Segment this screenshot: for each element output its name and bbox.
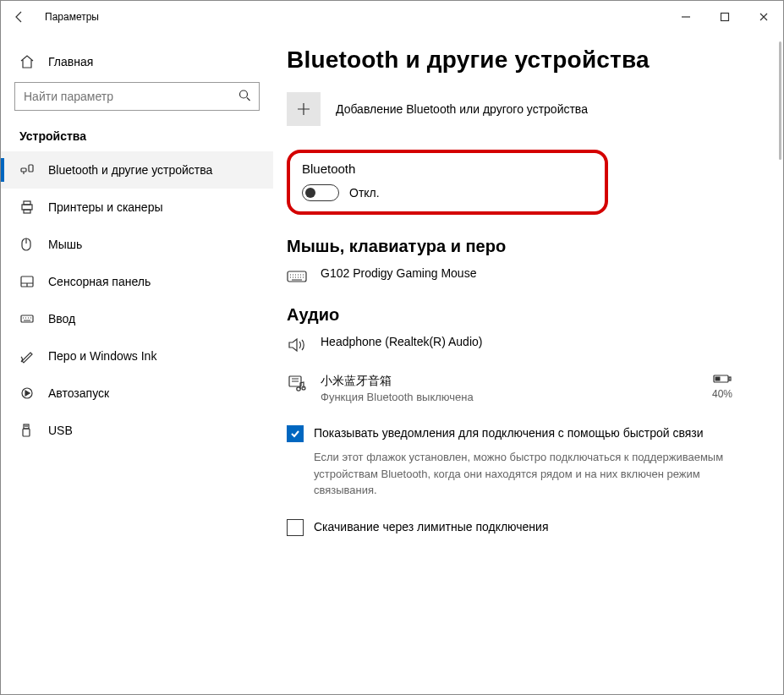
group-mouse-keyboard: Мышь, клавиатура и перо [287, 237, 749, 256]
search-icon [238, 89, 251, 105]
svg-rect-0 [721, 14, 729, 21]
svg-rect-9 [21, 315, 33, 322]
sidebar-item-usb[interactable]: USB [1, 412, 273, 449]
notify-checkbox[interactable] [287, 425, 304, 442]
sidebar-section-title: Устройства [1, 111, 273, 151]
autoplay-icon [19, 386, 43, 401]
svg-rect-4 [22, 205, 32, 210]
maximize-button[interactable] [705, 4, 744, 30]
device-name: 小米蓝牙音箱 [321, 374, 474, 389]
notify-checkbox-row[interactable]: Показывать уведомления для подключения с… [287, 425, 749, 442]
sidebar-item-typing[interactable]: Ввод [1, 300, 273, 337]
plus-icon [296, 101, 311, 117]
back-button[interactable] [9, 7, 30, 27]
sidebar-item-label: Мышь [48, 238, 82, 251]
add-device-button[interactable] [287, 92, 321, 126]
window-title: Параметры [45, 11, 99, 23]
home-label: Главная [48, 55, 93, 68]
device-name: Headphone (Realtek(R) Audio) [321, 335, 482, 348]
metered-checkbox[interactable] [287, 519, 304, 536]
bluetooth-heading: Bluetooth [302, 161, 593, 176]
bluetooth-state: Откл. [349, 186, 380, 200]
minimize-button[interactable] [666, 4, 705, 30]
sidebar-item-label: USB [48, 424, 73, 437]
sidebar-item-pen[interactable]: Перо и Windows Ink [1, 337, 273, 375]
add-device-row[interactable]: Добавление Bluetooth или другого устройс… [287, 92, 749, 126]
add-device-label: Добавление Bluetooth или другого устройс… [336, 102, 588, 116]
sidebar-item-mouse[interactable]: Мышь [1, 226, 273, 263]
svg-rect-11 [24, 424, 29, 429]
notify-label: Показывать уведомления для подключения с… [314, 425, 704, 442]
keyboard-icon [19, 311, 43, 326]
group-audio: Аудио [287, 305, 749, 325]
main-panel: Bluetooth и другие устройства Добавление… [273, 33, 783, 694]
sidebar-item-label: Сенсорная панель [48, 275, 151, 288]
device-row-mouse[interactable]: G102 Prodigy Gaming Mouse [287, 266, 749, 287]
close-button[interactable] [744, 4, 783, 30]
home-nav[interactable]: Главная [1, 45, 273, 79]
printer-icon [19, 200, 43, 215]
search-box[interactable] [14, 82, 260, 111]
sidebar-item-autoplay[interactable]: Автозапуск [1, 375, 273, 412]
sidebar-item-label: Автозапуск [48, 386, 109, 400]
mouse-icon [19, 237, 43, 252]
usb-icon [19, 423, 43, 438]
sidebar-item-label: Перо и Windows Ink [48, 349, 156, 363]
pen-icon [19, 348, 43, 364]
battery-percent: 40% [712, 388, 732, 400]
device-battery: 40% [712, 374, 732, 400]
bluetooth-toggle[interactable] [302, 184, 339, 201]
device-sub: Функция Bluetooth выключена [321, 391, 474, 403]
svg-rect-6 [24, 210, 30, 213]
music-device-icon [287, 374, 307, 394]
sidebar: Главная Устройства Bluetooth и другие ус… [1, 33, 273, 694]
search-input[interactable] [14, 82, 260, 111]
device-name: G102 Prodigy Gaming Mouse [321, 266, 476, 280]
titlebar: Параметры [1, 1, 783, 33]
svg-point-1 [240, 90, 248, 98]
scrollbar-thumb[interactable] [779, 41, 781, 160]
metered-checkbox-row[interactable]: Скачивание через лимитные подключения [287, 519, 749, 536]
device-row-speaker[interactable]: 小米蓝牙音箱 Функция Bluetooth выключена 40% [287, 374, 749, 403]
bluetooth-toggle-highlight: Bluetooth Откл. [287, 150, 608, 215]
settings-window: Параметры Главная [0, 0, 784, 695]
bluetooth-devices-icon [19, 162, 43, 178]
window-controls [666, 4, 783, 30]
speaker-icon [287, 335, 307, 355]
sidebar-item-printers[interactable]: Принтеры и сканеры [1, 189, 273, 226]
metered-label: Скачивание через лимитные подключения [314, 519, 548, 536]
svg-rect-2 [21, 168, 26, 172]
home-icon [19, 54, 43, 69]
notify-description: Если этот флажок установлен, можно быстр… [314, 449, 749, 499]
sidebar-item-label: Принтеры и сканеры [48, 200, 162, 214]
touchpad-icon [19, 274, 43, 289]
svg-rect-19 [715, 377, 720, 381]
sidebar-item-label: Ввод [48, 312, 75, 326]
sidebar-nav: Bluetooth и другие устройства Принтеры и… [1, 151, 273, 449]
device-row-headphone[interactable]: Headphone (Realtek(R) Audio) [287, 335, 749, 355]
svg-rect-18 [729, 377, 731, 380]
svg-rect-12 [23, 429, 30, 436]
svg-rect-3 [29, 165, 33, 172]
keyboard-device-icon [287, 266, 307, 287]
sidebar-item-touchpad[interactable]: Сенсорная панель [1, 263, 273, 300]
page-title: Bluetooth и другие устройства [287, 47, 749, 74]
battery-icon [713, 374, 732, 386]
svg-rect-5 [24, 201, 30, 205]
sidebar-item-label: Bluetooth и другие устройства [48, 163, 212, 177]
sidebar-item-bluetooth[interactable]: Bluetooth и другие устройства [1, 151, 273, 189]
check-icon [289, 428, 301, 440]
